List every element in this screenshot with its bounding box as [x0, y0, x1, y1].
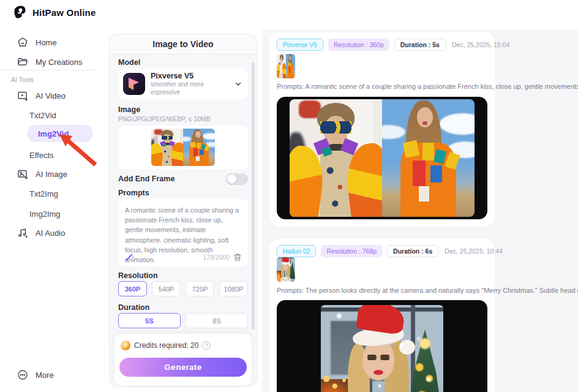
sidebar: HitPaw Online Home My Creations AI Tools…	[0, 0, 108, 392]
source-image-thumbnail[interactable]	[277, 257, 295, 282]
sidebar-item-label: Effects	[29, 151, 54, 160]
video-preview[interactable]	[277, 300, 487, 392]
sidebar-item-ai-video[interactable]: AI Video	[0, 89, 108, 102]
sidebar-divider	[0, 70, 98, 70]
sidebar-item-label: AI Audio	[36, 228, 65, 238]
image-plus-icon	[17, 168, 28, 179]
sidebar-item-img2img[interactable]: Img2Img	[0, 207, 108, 221]
annotation-red-arrow	[56, 130, 100, 169]
resolution-option-1080p[interactable]: 1080P	[219, 281, 248, 296]
resolution-option-540p[interactable]: 540P	[152, 281, 181, 296]
duration-badge: Duration : 5s	[394, 39, 446, 51]
image-upload-card[interactable]	[118, 126, 248, 169]
resolution-badge: Resolution : 768p	[321, 245, 382, 257]
sidebar-item-label: Home	[36, 38, 57, 47]
ellipsis-circle-icon	[17, 369, 28, 380]
image-to-video-panel: Image to Video Model Pixverse V5 smoothe…	[109, 34, 257, 387]
sidebar-item-ai-audio[interactable]: AI Audio	[0, 226, 108, 239]
prompts-label: Prompts	[118, 189, 149, 197]
sidebar-item-ai-image[interactable]: AI Image	[0, 167, 108, 181]
model-description: smoother and more expressive	[151, 81, 235, 96]
home-icon	[17, 37, 28, 48]
sidebar-item-label: Txt2Img	[29, 189, 58, 198]
video-preview[interactable]	[277, 97, 487, 219]
sidebar-item-label: Txt2Vid	[29, 111, 56, 120]
app-root: HitPaw Online Home My Creations AI Tools…	[0, 0, 578, 392]
sidebar-item-txt2vid[interactable]: Txt2Vid	[0, 108, 108, 122]
sidebar-item-label: My Creations	[36, 58, 83, 67]
sidebar-item-txt2img[interactable]: Txt2Img	[0, 187, 108, 200]
duration-option-5s[interactable]: 5S	[118, 313, 181, 328]
duration-label: Duration	[118, 303, 149, 312]
result-prompt: Prompts: A romantic scene of a couple sh…	[277, 83, 578, 90]
magic-wand-icon[interactable]	[125, 252, 134, 262]
model-badge: Hailuo 02	[277, 245, 316, 257]
source-image-thumbnail[interactable]	[277, 54, 295, 78]
couple-photo	[151, 129, 215, 166]
prompts-input[interactable]: A romantic scene of a couple sharing a p…	[118, 199, 248, 266]
sidebar-item-label: AI Image	[36, 170, 67, 179]
model-select[interactable]: Pixverse V5 smoother and more expressive	[118, 69, 248, 99]
result-prompt: Prompts: The person looks directly at th…	[277, 287, 578, 294]
sidebar-item-more[interactable]: More	[0, 368, 108, 382]
hitpaw-logo-icon	[12, 4, 28, 20]
folder-icon	[17, 56, 28, 67]
result-timestamp: Dec, 25,2025, 10:44	[445, 247, 503, 255]
resolution-option-720p[interactable]: 720P	[186, 281, 214, 296]
model-label: Model	[118, 58, 140, 67]
resolution-badge: Resolution : 360p	[328, 39, 389, 51]
sidebar-item-label: More	[36, 371, 54, 380]
add-end-frame-toggle[interactable]	[226, 173, 248, 185]
model-badge: Pixverse V5	[277, 39, 323, 51]
coin-icon: ?	[121, 341, 130, 350]
generate-button[interactable]: Generate	[119, 358, 247, 377]
resolution-label: Resolution	[118, 271, 158, 280]
question-circle-icon[interactable]: ?	[202, 341, 211, 350]
sidebar-section-label: AI Tools	[11, 76, 34, 83]
credits-required-text: Credits required: 20	[134, 341, 198, 350]
generate-footer: ? Credits required: 20 ? Generate	[114, 334, 252, 385]
couple-photo	[277, 54, 295, 78]
duration-option-8s[interactable]: 8S	[186, 313, 248, 328]
video-plus-icon	[17, 90, 28, 101]
generate-button-label: Generate	[165, 363, 202, 372]
resolution-option-360p[interactable]: 360P	[118, 281, 147, 296]
panel-title: Image to Video	[110, 34, 257, 55]
chevron-down-icon	[235, 80, 242, 88]
sidebar-item-label: Img2Img	[29, 209, 61, 219]
christmas-photo	[277, 257, 295, 282]
image-formats-hint: PNG/JPG/JPEG/WEBP, ≤ 10MB	[118, 115, 211, 123]
model-name: Pixverse V5	[151, 72, 235, 81]
uploaded-image-thumbnail[interactable]	[151, 129, 215, 166]
video-frame-image	[321, 305, 443, 392]
sidebar-item-home[interactable]: Home	[0, 36, 108, 49]
image-label: Image	[118, 105, 140, 114]
brand-name: HitPaw Online	[32, 7, 96, 18]
prompt-char-counter: 178/2000	[203, 254, 230, 261]
trash-icon[interactable]	[233, 253, 242, 262]
music-note-icon	[17, 227, 28, 238]
duration-badge: Duration : 6s	[387, 245, 438, 257]
sidebar-item-my-creations[interactable]: My Creations	[0, 55, 108, 69]
result-timestamp: Dec, 25,2025, 15:04	[452, 41, 510, 48]
result-card: Pixverse V5 Resolution : 360p Duration :…	[269, 32, 495, 227]
pixverse-model-icon	[123, 73, 145, 95]
brand-logo[interactable]: HitPaw Online	[12, 4, 96, 20]
add-end-frame-label: Add End Frame	[118, 175, 175, 183]
result-card: Hailuo 02 Resolution : 768p Duration : 6…	[269, 239, 495, 392]
video-frame-image	[290, 99, 475, 217]
panel-scrollbar[interactable]	[252, 62, 255, 330]
sidebar-item-label: AI Video	[36, 91, 66, 100]
